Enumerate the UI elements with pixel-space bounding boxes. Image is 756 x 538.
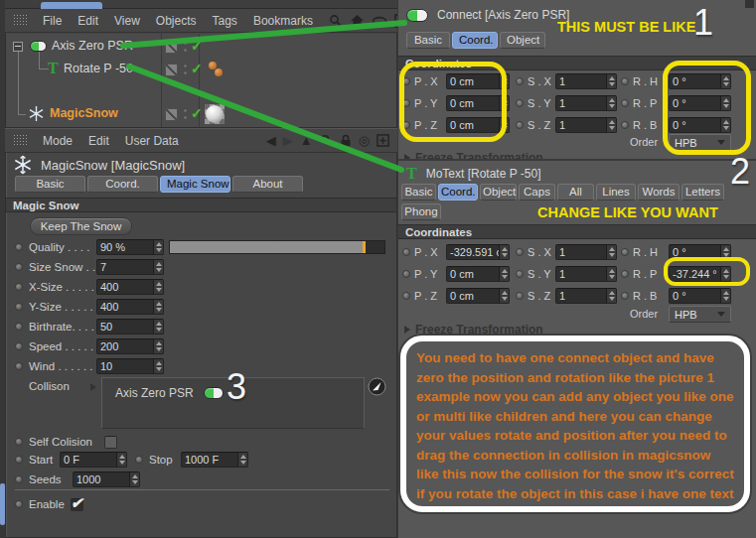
- field-value[interactable]: 0 F: [61, 453, 116, 467]
- anim-dot-icon[interactable]: [402, 77, 410, 85]
- anim-dot-icon[interactable]: [15, 500, 23, 508]
- sz-field[interactable]: 1: [555, 288, 617, 304]
- stepper-icon[interactable]: [720, 289, 730, 303]
- menu-tags[interactable]: Tags: [213, 14, 237, 28]
- field-value[interactable]: 0 °: [670, 118, 720, 132]
- anim-dot-icon[interactable]: [402, 270, 410, 278]
- field-value[interactable]: -329.591 c: [447, 245, 499, 259]
- tab-caps[interactable]: Caps: [519, 184, 555, 201]
- visibility-dots-icon[interactable]: [183, 108, 188, 120]
- y-size-field[interactable]: 400: [96, 299, 164, 315]
- tab-object[interactable]: Object: [480, 184, 517, 201]
- rb-field[interactable]: 0 °: [669, 288, 731, 304]
- mograph-tag-icon[interactable]: [207, 62, 225, 78]
- anim-dot-icon[interactable]: [15, 362, 23, 370]
- tab-coord[interactable]: Coord.: [438, 184, 478, 201]
- stepper-icon[interactable]: [499, 267, 509, 281]
- tab-object[interactable]: Object: [500, 32, 545, 49]
- layer-swatch-icon[interactable]: [165, 41, 178, 54]
- anim-dot-icon[interactable]: [15, 263, 23, 271]
- field-value[interactable]: 1: [556, 245, 606, 259]
- tree-label-axis-zero-psr[interactable]: Axis Zero PSR: [52, 39, 133, 53]
- anim-dot-icon[interactable]: [15, 342, 23, 350]
- tab-basic[interactable]: Basic: [406, 32, 450, 49]
- stepper-icon[interactable]: [606, 267, 616, 281]
- rh-field[interactable]: 0 °: [669, 73, 731, 89]
- stepper-icon[interactable]: [129, 472, 139, 486]
- field-value[interactable]: 0 cm: [447, 289, 499, 303]
- menu-edit[interactable]: Edit: [88, 134, 109, 148]
- order-dropdown[interactable]: HPB: [669, 134, 731, 151]
- menu-user-data[interactable]: User Data: [125, 134, 179, 148]
- stepper-icon[interactable]: [237, 453, 247, 467]
- tab-letters[interactable]: Letters: [681, 184, 724, 201]
- history-forward-icon[interactable]: ▶: [283, 134, 293, 147]
- rp-field[interactable]: -37.244 °: [669, 266, 731, 282]
- field-value[interactable]: 1: [556, 267, 606, 281]
- field-value[interactable]: 1000 F: [182, 453, 237, 467]
- field-value[interactable]: 0 °: [670, 74, 720, 88]
- field-value[interactable]: 1: [556, 74, 606, 88]
- stepper-icon[interactable]: [153, 280, 163, 294]
- tree-label-magicsnow[interactable]: MagicSnow: [50, 106, 118, 120]
- anim-dot-icon[interactable]: [15, 323, 23, 331]
- field-value[interactable]: 0 °: [670, 289, 720, 303]
- stepper-icon[interactable]: [499, 118, 509, 132]
- rp-field[interactable]: 0 °: [669, 95, 731, 111]
- menu-file[interactable]: File: [43, 14, 62, 28]
- stepper-icon[interactable]: [116, 453, 126, 467]
- field-value[interactable]: 400: [97, 280, 153, 294]
- layer-swatch-icon[interactable]: [165, 64, 178, 76]
- sy-field[interactable]: 1: [555, 266, 617, 282]
- stepper-icon[interactable]: [720, 245, 730, 259]
- pz-field[interactable]: 0 cm: [446, 117, 510, 133]
- sz-field[interactable]: 1: [555, 117, 617, 133]
- wind-field[interactable]: 10: [96, 358, 164, 374]
- anim-dot-icon[interactable]: [516, 77, 524, 85]
- enabled-check-icon[interactable]: ✓: [191, 105, 203, 121]
- pz-field[interactable]: 0 cm: [446, 288, 510, 304]
- field-value[interactable]: 50: [97, 320, 153, 334]
- anim-dot-icon[interactable]: [516, 248, 524, 256]
- slider-thumb[interactable]: [363, 241, 366, 253]
- menu-mode[interactable]: Mode: [43, 134, 73, 148]
- field-value[interactable]: -37.244 °: [670, 267, 720, 281]
- enabled-check-icon[interactable]: ✓: [191, 38, 203, 54]
- home-icon[interactable]: [350, 14, 365, 28]
- field-value[interactable]: 90 %: [97, 240, 153, 254]
- pick-object-icon[interactable]: [368, 377, 386, 396]
- stepper-icon[interactable]: [606, 245, 616, 259]
- collision-item[interactable]: Axis Zero PSR: [115, 386, 224, 400]
- panel-grip-icon[interactable]: [13, 134, 27, 147]
- stepper-icon[interactable]: [499, 289, 509, 303]
- search-icon[interactable]: [320, 134, 333, 147]
- lock-icon[interactable]: [340, 134, 352, 147]
- anim-dot-icon[interactable]: [402, 292, 410, 300]
- field-value[interactable]: 1: [556, 289, 606, 303]
- field-value[interactable]: 1: [556, 96, 606, 110]
- stop-field[interactable]: 1000 F: [181, 452, 248, 468]
- history-back-icon[interactable]: ◀: [266, 134, 276, 147]
- self-collision-checkbox[interactable]: [104, 436, 117, 449]
- stepper-icon[interactable]: [499, 74, 509, 88]
- tab-coord[interactable]: Coord.: [452, 32, 498, 49]
- tab-about[interactable]: About: [232, 176, 303, 193]
- stepper-icon[interactable]: [606, 289, 616, 303]
- sy-field[interactable]: 1: [555, 95, 617, 111]
- stepper-icon[interactable]: [153, 260, 163, 274]
- menu-edit[interactable]: Edit: [77, 14, 98, 28]
- stepper-icon[interactable]: [720, 267, 730, 281]
- quality-field[interactable]: 90 %: [96, 239, 164, 255]
- tree-row-axis-zero-psr[interactable]: Axis Zero PSR ✓: [6, 36, 396, 58]
- keep-the-snow-button[interactable]: Keep The Snow: [30, 217, 132, 235]
- px-field[interactable]: -329.591 c: [446, 244, 510, 260]
- anim-dot-icon[interactable]: [621, 99, 629, 107]
- anim-dot-icon[interactable]: [402, 248, 410, 256]
- field-value[interactable]: 0 cm: [447, 118, 499, 132]
- anim-dot-icon[interactable]: [402, 99, 410, 107]
- tab-magic-snow[interactable]: Magic Snow: [160, 176, 230, 193]
- freeze-transformation-header[interactable]: Freeze Transformation: [404, 323, 543, 336]
- field-value[interactable]: 0 cm: [447, 96, 499, 110]
- freeze-transformation-header[interactable]: Freeze Transformation: [404, 151, 543, 159]
- anim-dot-icon[interactable]: [516, 99, 524, 107]
